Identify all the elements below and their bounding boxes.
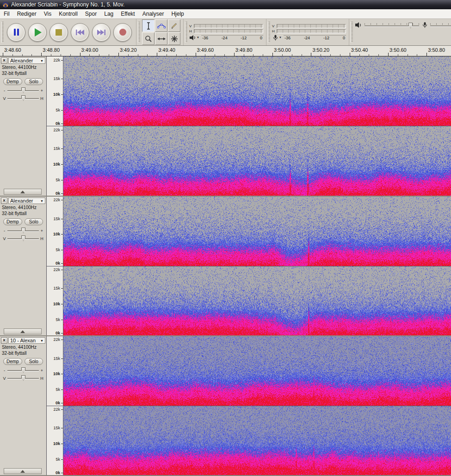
pan-slider-thumb[interactable]	[21, 235, 25, 241]
timeline-minor-tick	[51, 54, 51, 56]
timeline-minor-tick	[176, 54, 177, 56]
solo-button[interactable]: Solo	[25, 78, 43, 85]
draw-tool-button[interactable]	[168, 19, 180, 32]
menu-item-spor[interactable]: Spor	[81, 9, 100, 19]
microphone-icon[interactable]: ▼	[272, 35, 282, 41]
zoom-tool-button[interactable]	[142, 32, 154, 45]
track-format-label: Stereo, 44100Hz	[0, 204, 46, 210]
track-control-panel: × Alexander ▼ Stereo, 44100Hz 32-bit fly…	[0, 197, 47, 335]
pan-left-label: V	[3, 96, 6, 101]
meter-bar	[277, 29, 346, 33]
timeline-minor-tick	[99, 54, 99, 56]
gain-slider-thumb[interactable]	[21, 367, 25, 373]
menu-item-rediger[interactable]: Rediger	[13, 9, 40, 19]
skip-to-start-button[interactable]	[71, 23, 89, 42]
collapse-track-button[interactable]	[4, 189, 42, 195]
pan-slider[interactable]: V H	[0, 374, 46, 382]
track-bitdepth-label: 32-bit flyttall	[0, 70, 46, 76]
mute-button[interactable]: Demp	[3, 218, 22, 225]
chevron-down-icon: ▼	[40, 199, 43, 203]
track-close-button[interactable]: ×	[1, 198, 7, 204]
menu-item-vis[interactable]: Vis	[40, 9, 55, 19]
meter-scale-label: -24	[304, 36, 310, 40]
selection-tool-button[interactable]	[142, 19, 154, 32]
menu-item-lag[interactable]: Lag	[100, 9, 117, 19]
speaker-icon[interactable]: ▼	[189, 35, 199, 41]
pan-slider-thumb[interactable]	[21, 375, 25, 381]
mute-button[interactable]: Demp	[3, 358, 22, 365]
meter-scale-label: 0	[260, 36, 262, 40]
recording-meter[interactable]: V H ▼ -36-24-120	[272, 24, 346, 41]
spectrogram-canvas[interactable]	[63, 266, 451, 336]
timeline-tick	[80, 53, 80, 56]
track-bitdepth-label: 32-bit flyttall	[0, 210, 46, 216]
track-name-dropdown[interactable]: Alexander ▼	[8, 57, 45, 64]
track-close-button[interactable]: ×	[1, 337, 7, 344]
pan-slider[interactable]: V H	[0, 234, 46, 242]
input-volume-slider[interactable]	[430, 23, 451, 29]
timeline-label: 3:50.80	[428, 47, 445, 53]
playback-meter[interactable]: V H ▼ -36-24-120	[189, 24, 263, 41]
mute-button[interactable]: Demp	[3, 78, 22, 85]
frequency-tick	[61, 180, 63, 180]
track-control-panel: × Alexander ▼ Stereo, 44100Hz 32-bit fly…	[0, 56, 47, 196]
track-control-panel: × 10 - Alexan ▼ Stereo, 44100Hz 32-bit f…	[0, 336, 47, 475]
frequency-label: 22k	[53, 408, 60, 412]
pencil-icon	[171, 22, 178, 30]
timeline-label: 3:49.80	[235, 47, 253, 53]
collapse-arrow-icon	[20, 191, 25, 193]
frequency-tick	[61, 340, 63, 340]
frequency-tick	[61, 219, 63, 219]
output-volume-thumb[interactable]	[408, 23, 413, 28]
collapse-track-button[interactable]	[4, 328, 42, 334]
pan-slider-thumb[interactable]	[21, 95, 25, 101]
output-volume-slider[interactable]	[365, 23, 419, 29]
solo-button[interactable]: Solo	[25, 358, 43, 365]
collapse-track-button[interactable]	[4, 468, 42, 474]
frequency-tick	[61, 270, 63, 270]
pause-button[interactable]	[7, 23, 25, 42]
stop-button[interactable]	[49, 23, 68, 42]
time-shift-tool-button[interactable]	[155, 32, 167, 45]
frequency-tick	[61, 79, 63, 79]
menu-item-kontroll[interactable]: Kontroll	[55, 9, 81, 19]
menu-item-effekt[interactable]: Effekt	[117, 9, 138, 19]
multi-tool-button[interactable]	[168, 32, 180, 45]
spectrogram-canvas[interactable]	[63, 126, 451, 196]
timeline-minor-tick	[70, 54, 71, 56]
timeline-minor-tick	[22, 54, 23, 56]
menu-item-analyser[interactable]: Analyser	[139, 9, 168, 19]
track-name-dropdown[interactable]: 10 - Alexan ▼	[8, 337, 45, 344]
play-button[interactable]	[28, 23, 47, 42]
spectrogram-canvas[interactable]	[63, 336, 451, 406]
spectrogram-canvas[interactable]	[63, 197, 451, 266]
gain-min-label: -	[3, 229, 6, 233]
menu-item-hjelp[interactable]: Hjelp	[167, 9, 187, 19]
skip-to-end-button[interactable]	[92, 23, 111, 42]
gain-slider[interactable]: - +	[0, 86, 46, 94]
timeline-tick	[3, 53, 3, 56]
gain-slider[interactable]: - +	[0, 226, 46, 234]
frequency-label: 0k	[56, 331, 60, 335]
menu-item-fil[interactable]: Fil	[0, 9, 13, 19]
solo-button[interactable]: Solo	[25, 218, 43, 225]
track-name: Alexander	[10, 58, 33, 63]
track-close-button[interactable]: ×	[1, 57, 7, 64]
frequency-tick	[61, 459, 63, 460]
gain-max-label: +	[40, 368, 43, 373]
gain-slider-thumb[interactable]	[21, 228, 25, 233]
frequency-label: 10k	[53, 93, 60, 97]
timeline-ruler[interactable]: 3:48.603:48.803:49.003:49.203:49.403:49.…	[0, 46, 451, 56]
spectrogram-canvas[interactable]	[63, 406, 451, 476]
timeline-label: 3:50.60	[389, 47, 407, 53]
chevron-down-icon: ▼	[40, 59, 43, 62]
spectrogram-canvas[interactable]	[63, 56, 451, 126]
timeline-minor-tick	[61, 54, 61, 56]
track-name-dropdown[interactable]: Alexander ▼	[8, 198, 45, 204]
record-button[interactable]	[113, 23, 132, 42]
frequency-tick	[61, 60, 63, 61]
gain-slider[interactable]: - +	[0, 366, 46, 374]
envelope-tool-button[interactable]	[155, 19, 167, 32]
pan-slider[interactable]: V H	[0, 94, 46, 102]
gain-slider-thumb[interactable]	[21, 87, 25, 93]
